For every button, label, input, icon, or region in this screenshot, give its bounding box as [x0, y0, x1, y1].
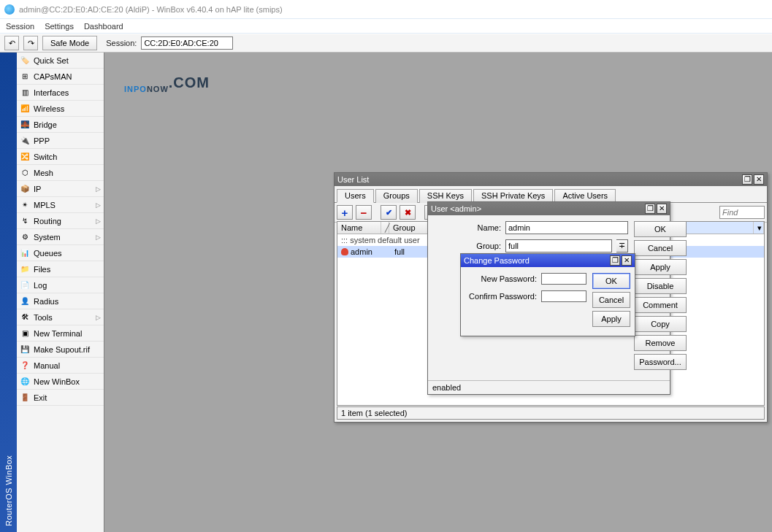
ok-button[interactable]: OK — [592, 273, 630, 289]
menu-session[interactable]: Session — [6, 22, 34, 31]
sidebar-item-switch[interactable]: 🔀Switch — [17, 149, 104, 165]
sidebar-item-files[interactable]: 📁Files — [17, 261, 104, 277]
comment-button[interactable]: Comment — [634, 297, 687, 313]
sidebar-item-label: Interfaces — [34, 88, 69, 97]
sidebar-item-queues[interactable]: 📊Queues — [17, 245, 104, 261]
sidebar-item-manual[interactable]: ❓Manual — [17, 358, 104, 374]
close-icon[interactable]: ✕ — [754, 174, 764, 185]
user-list-status: 1 item (1 selected) — [337, 406, 765, 420]
sidebar-item-interfaces[interactable]: ▥Interfaces — [17, 85, 104, 101]
interfaces-icon: ▥ — [20, 88, 30, 98]
apply-button[interactable]: Apply — [634, 259, 687, 275]
chevron-right-icon: ▷ — [96, 201, 101, 209]
disable-button[interactable]: Disable — [634, 278, 687, 294]
switch-icon: 🔀 — [20, 152, 30, 162]
sidebar-item-make-supout.rif[interactable]: 💾Make Supout.rif — [17, 342, 104, 358]
group-field[interactable] — [505, 239, 612, 252]
safe-mode-button[interactable]: Safe Mode — [42, 36, 97, 50]
user-edit-titlebar[interactable]: User <admin> ❐ ✕ — [428, 202, 670, 215]
sidebar-item-routing[interactable]: ↯Routing▷ — [17, 213, 104, 229]
sidebar-item-log[interactable]: 📄Log — [17, 277, 104, 293]
window-title: admin@CC:2D:E0:AD:CE:20 (AldiP) - WinBox… — [19, 5, 283, 14]
session-label: Session: — [106, 39, 137, 47]
workspace: RouterOS WinBox 🏷️Quick Set⊞CAPsMAN▥Inte… — [0, 53, 772, 532]
sidebar-item-radius[interactable]: 👤Radius — [17, 293, 104, 309]
sidebar-item-label: New WinBox — [34, 377, 80, 386]
undo-button[interactable]: ↶ — [4, 36, 19, 50]
sidebar-item-label: Files — [34, 265, 50, 274]
ok-button[interactable]: OK — [634, 221, 687, 237]
sidebar-item-label: Exit — [34, 393, 47, 402]
sidebar-item-label: Log — [34, 281, 47, 290]
new-password-field[interactable] — [541, 273, 586, 285]
sidebar-item-ip[interactable]: 📦IP▷ — [17, 181, 104, 197]
change-password-window[interactable]: Change Password ❐ ✕ New Password: Confir… — [460, 253, 635, 336]
sidebar-item-bridge[interactable]: 🌉Bridge — [17, 117, 104, 133]
sidebar-item-label: Manual — [34, 361, 60, 370]
sidebar-item-label: Tools — [34, 313, 53, 322]
window-titlebar: admin@CC:2D:E0:AD:CE:20 (AldiP) - WinBox… — [0, 0, 772, 19]
mpls-icon: ✴ — [20, 200, 30, 210]
wireless-icon: 📶 — [20, 104, 30, 114]
session-input[interactable] — [141, 36, 233, 50]
col-group[interactable]: Group — [389, 222, 429, 234]
label-group: Group: — [434, 242, 501, 250]
sidebar-item-new-terminal[interactable]: ▣New Terminal — [17, 325, 104, 342]
menu-dashboard[interactable]: Dashboard — [84, 22, 123, 31]
password--button[interactable]: Password... — [634, 354, 687, 370]
copy-button[interactable]: Copy — [634, 316, 687, 332]
vertical-caption: RouterOS WinBox — [0, 53, 17, 532]
restore-icon[interactable]: ❐ — [610, 255, 620, 266]
find-input[interactable] — [719, 206, 765, 219]
user-edit-status: enabled — [428, 380, 670, 394]
sidebar: 🏷️Quick Set⊞CAPsMAN▥Interfaces📶Wireless🌉… — [17, 53, 104, 532]
sidebar-item-mesh[interactable]: ⬡Mesh — [17, 165, 104, 181]
capsman-icon: ⊞ — [20, 72, 30, 82]
enable-button[interactable]: ✔ — [381, 205, 397, 220]
chevron-down-icon[interactable]: ∓ — [616, 239, 628, 252]
disable-button[interactable]: ✖ — [400, 205, 416, 220]
sidebar-item-label: Routing — [34, 217, 61, 225]
chevron-right-icon: ▷ — [96, 234, 101, 241]
sidebar-item-tools[interactable]: 🛠Tools▷ — [17, 309, 104, 325]
remove-button[interactable]: − — [356, 205, 372, 220]
chevron-right-icon: ▷ — [96, 217, 101, 225]
chevron-right-icon: ▷ — [96, 185, 101, 193]
sidebar-item-label: Radius — [34, 297, 58, 306]
col-menu-icon[interactable]: ▾ — [754, 222, 764, 234]
close-icon[interactable]: ✕ — [622, 255, 632, 266]
sidebar-item-system[interactable]: ⚙System▷ — [17, 229, 104, 245]
sidebar-item-exit[interactable]: 🚪Exit — [17, 390, 104, 406]
change-password-titlebar[interactable]: Change Password ❐ ✕ — [461, 254, 635, 267]
sidebar-item-label: MPLS — [34, 201, 56, 209]
sidebar-item-capsman[interactable]: ⊞CAPsMAN — [17, 69, 104, 85]
sidebar-item-label: Bridge — [34, 120, 57, 129]
sidebar-item-new-winbox[interactable]: 🌐New WinBox — [17, 374, 104, 390]
sidebar-item-quick-set[interactable]: 🏷️Quick Set — [17, 53, 104, 69]
sort-icon[interactable]: ╱ — [381, 222, 389, 234]
new-terminal-icon: ▣ — [20, 328, 30, 339]
system-icon: ⚙ — [20, 232, 30, 242]
name-field[interactable] — [505, 221, 628, 234]
user-list-titlebar[interactable]: User List ❐ ✕ — [335, 173, 767, 186]
sidebar-item-mpls[interactable]: ✴MPLS▷ — [17, 197, 104, 213]
quick-set-icon: 🏷️ — [20, 55, 30, 66]
tab-groups[interactable]: Groups — [375, 189, 418, 203]
menu-settings[interactable]: Settings — [45, 22, 74, 31]
restore-icon[interactable]: ❐ — [742, 174, 752, 185]
remove-button[interactable]: Remove — [634, 335, 687, 351]
sidebar-item-ppp[interactable]: 🔌PPP — [17, 133, 104, 149]
sidebar-item-wireless[interactable]: 📶Wireless — [17, 101, 104, 117]
confirm-password-field[interactable] — [541, 290, 586, 302]
redo-button[interactable]: ↷ — [23, 36, 38, 50]
col-name[interactable]: Name — [337, 222, 381, 234]
label-confirm-password: Confirm Password: — [467, 292, 537, 301]
tab-users[interactable]: Users — [337, 189, 374, 203]
close-icon[interactable]: ✕ — [657, 204, 667, 214]
apply-button[interactable]: Apply — [592, 311, 630, 327]
restore-icon[interactable]: ❐ — [645, 204, 655, 214]
add-button[interactable]: + — [337, 205, 353, 220]
cancel-button[interactable]: Cancel — [592, 292, 630, 308]
cancel-button[interactable]: Cancel — [634, 240, 687, 256]
ppp-icon: 🔌 — [20, 136, 30, 146]
